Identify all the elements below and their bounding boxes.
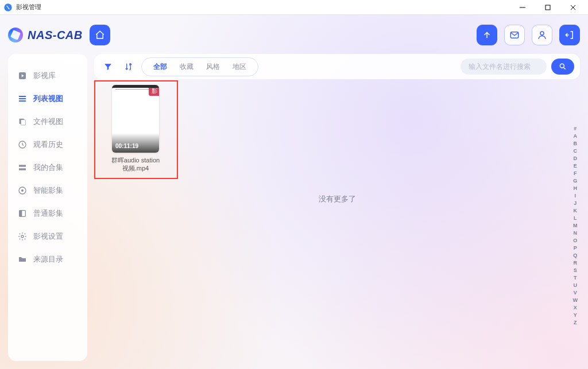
folder-icon: [17, 254, 28, 265]
alpha-index-letter[interactable]: Y: [574, 312, 577, 319]
sidebar-item-sources[interactable]: 来源目录: [8, 248, 87, 271]
filter-tab-all[interactable]: 全部: [148, 60, 173, 74]
app-shell: NAS-CAB 影视库: [0, 15, 588, 369]
alpha-index-letter[interactable]: V: [574, 289, 577, 297]
alpha-index-letter[interactable]: C: [574, 147, 578, 155]
topbar: NAS-CAB: [8, 21, 580, 49]
logout-button[interactable]: [559, 25, 580, 45]
sidebar-item-list-view[interactable]: 列表视图: [8, 87, 87, 110]
svg-rect-9: [19, 168, 26, 170]
alpha-index-letter[interactable]: E: [574, 162, 577, 170]
sidebar-item-label: 观看历史: [33, 139, 63, 150]
files-icon: [17, 116, 28, 127]
alpha-index-letter[interactable]: L: [574, 215, 577, 222]
sidebar-item-normal-album[interactable]: 普通影集: [8, 202, 87, 225]
list-icon: [17, 94, 28, 104]
sidebar-item-label: 列表视图: [33, 94, 63, 104]
alpha-index-letter[interactable]: G: [573, 177, 577, 185]
svg-point-3: [540, 32, 544, 35]
alpha-index-letter[interactable]: D: [574, 155, 578, 162]
alpha-index-letter[interactable]: I: [574, 192, 576, 200]
sidebar-item-label: 影视设置: [33, 231, 63, 242]
alpha-index-letter[interactable]: R: [574, 259, 578, 267]
app-icon: [3, 3, 13, 12]
search: [461, 59, 574, 75]
alpha-index-letter[interactable]: A: [574, 133, 578, 140]
alpha-index-letter[interactable]: M: [573, 222, 578, 230]
video-card[interactable]: 影 00:11:19 群晖audio station视频.mp4: [112, 85, 159, 173]
alpha-index-letter[interactable]: U: [574, 282, 578, 289]
alpha-index-letter[interactable]: O: [573, 237, 577, 244]
alpha-index-letter[interactable]: F: [574, 170, 577, 177]
logo-mark-icon: [8, 28, 23, 42]
search-input[interactable]: [461, 59, 547, 75]
content-grid: 影 00:11:19 群晖audio station视频.mp4 没有更多了 #…: [94, 79, 580, 361]
filter-tab-region[interactable]: 地区: [227, 60, 252, 74]
sidebar-item-smart-album[interactable]: 智能影集: [8, 179, 87, 202]
filter-button[interactable]: [100, 59, 116, 75]
sidebar-item-label: 普通影集: [33, 208, 63, 219]
type-badge: 影: [149, 87, 159, 96]
window-close-button[interactable]: [560, 0, 586, 15]
mail-button[interactable]: [504, 25, 525, 45]
alpha-index-letter[interactable]: N: [574, 230, 578, 237]
clock-icon: [17, 139, 28, 150]
filter-tab-fav[interactable]: 收藏: [174, 60, 199, 74]
alpha-index-letter[interactable]: X: [574, 304, 577, 312]
sidebar: 影视库 列表视图 文件视图 观看历史 我的合集 智能影集: [8, 54, 87, 361]
alpha-index-letter[interactable]: T: [574, 274, 577, 282]
alpha-index-letter[interactable]: S: [574, 267, 577, 274]
sidebar-item-label: 我的合集: [33, 162, 63, 173]
alpha-index-letter[interactable]: P: [574, 244, 577, 252]
sidebar-item-label: 来源目录: [33, 254, 63, 265]
alpha-index-letter[interactable]: B: [574, 140, 578, 147]
svg-rect-8: [19, 165, 26, 166]
sidebar-item-file-view[interactable]: 文件视图: [8, 110, 87, 133]
sort-button[interactable]: ZA: [121, 59, 137, 75]
gear-icon: [17, 231, 28, 242]
logout-icon: [564, 30, 575, 40]
alpha-index-letter[interactable]: H: [574, 185, 578, 192]
alpha-index-letter[interactable]: Q: [573, 252, 577, 259]
filter-tab-genre[interactable]: 风格: [200, 60, 226, 74]
user-button[interactable]: [532, 25, 552, 45]
upload-icon: [482, 30, 492, 40]
window-maximize-button[interactable]: [535, 0, 560, 15]
empty-text: 没有更多了: [319, 194, 356, 204]
svg-point-14: [21, 235, 24, 238]
logo[interactable]: NAS-CAB: [8, 28, 83, 42]
upload-button[interactable]: [477, 25, 497, 45]
mail-icon: [509, 30, 520, 40]
video-thumbnail: 影 00:11:19: [112, 85, 159, 153]
svg-rect-1: [546, 5, 550, 10]
search-icon: [559, 63, 567, 71]
svg-point-11: [21, 189, 24, 192]
sidebar-item-label: 智能影集: [33, 185, 63, 196]
toolbar: ZA 全部 收藏 风格 地区: [94, 54, 580, 79]
sidebar-item-library[interactable]: 影视库: [8, 64, 87, 87]
alpha-index-letter[interactable]: W: [573, 297, 578, 304]
duration-label: 00:11:19: [115, 143, 138, 149]
alpha-index-letter[interactable]: K: [574, 207, 578, 215]
search-button[interactable]: [551, 59, 574, 75]
alpha-index-letter[interactable]: Z: [574, 319, 577, 327]
album-icon: [17, 208, 28, 219]
video-filename: 群晖audio station视频.mp4: [110, 156, 161, 173]
body: 影视库 列表视图 文件视图 观看历史 我的合集 智能影集: [8, 54, 580, 361]
top-actions: [477, 25, 580, 45]
window-title: 影视管理: [16, 3, 41, 11]
sidebar-item-history[interactable]: 观看历史: [8, 133, 87, 156]
window-minimize-button[interactable]: [510, 0, 535, 15]
svg-rect-13: [20, 211, 22, 217]
brand-text: NAS-CAB: [28, 29, 83, 42]
home-button[interactable]: [90, 25, 110, 45]
window-titlebar: 影视管理: [0, 0, 588, 15]
sidebar-item-settings[interactable]: 影视设置: [8, 225, 87, 248]
svg-text:A: A: [129, 68, 131, 71]
alpha-index-letter[interactable]: #: [574, 125, 577, 133]
filter-icon: [103, 62, 113, 71]
alpha-index-letter[interactable]: J: [574, 200, 577, 207]
sidebar-item-my-collections[interactable]: 我的合集: [8, 156, 87, 179]
sidebar-item-label: 文件视图: [33, 116, 63, 127]
main-panel: ZA 全部 收藏 风格 地区: [94, 54, 580, 361]
